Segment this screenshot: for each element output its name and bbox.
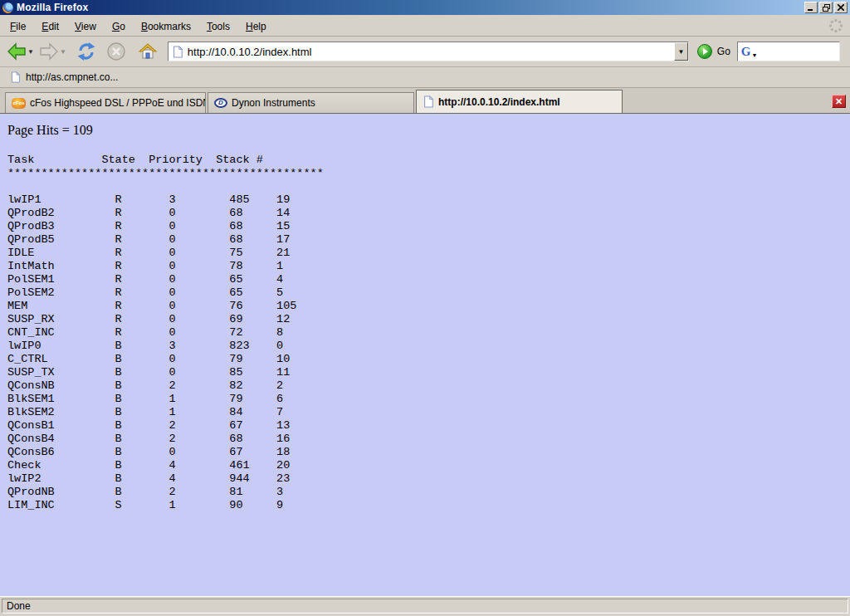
home-button[interactable]: [136, 41, 159, 62]
tab-label: http://10.0.10.2/index.html: [438, 96, 560, 108]
search-engine-dropdown-icon[interactable]: ▼: [752, 52, 758, 58]
go-arrow-icon: [703, 48, 708, 55]
tab-label: Dynon Instruments: [232, 97, 315, 109]
page-content: Page Hits = 109 Task State Priority Stac…: [0, 114, 850, 596]
bookmark-item[interactable]: http://as.cmpnet.co...: [7, 70, 121, 85]
browser-window: Mozilla Firefox FileEditViewGoBookmarksT…: [0, 0, 850, 616]
tab-index[interactable]: http://10.0.10.2/index.html: [416, 90, 623, 113]
url-bar: ▼: [168, 42, 689, 61]
tab-label: cFos Highspeed DSL / PPPoE und ISDN CAP.…: [30, 97, 206, 109]
menu-bar: FileEditViewGoBookmarksToolsHelp: [0, 15, 850, 37]
bookmark-label: http://as.cmpnet.co...: [26, 71, 118, 83]
menu-help[interactable]: Help: [240, 18, 272, 35]
forward-dropdown-icon[interactable]: ▼: [60, 48, 66, 56]
status-text: Done: [2, 599, 848, 614]
task-table: Task State Priority Stack # ************…: [7, 154, 850, 512]
window-title: Mozilla Firefox: [17, 2, 88, 13]
back-button[interactable]: ▼: [5, 41, 36, 62]
navigation-toolbar: ▼ ▼: [0, 37, 850, 67]
back-dropdown-icon[interactable]: ▼: [27, 48, 34, 56]
reload-icon: [76, 42, 96, 61]
home-icon: [138, 42, 158, 61]
cfos-icon: cFos: [12, 98, 26, 109]
search-input[interactable]: [757, 43, 838, 60]
close-button[interactable]: [834, 2, 848, 13]
menu-go[interactable]: Go: [106, 18, 131, 35]
search-box: G ▼: [737, 42, 840, 61]
tab-bar: cFoscFos Highspeed DSL / PPPoE und ISDN …: [0, 88, 850, 114]
url-dropdown-button[interactable]: ▼: [674, 42, 688, 61]
menu-tools[interactable]: Tools: [201, 18, 236, 35]
back-arrow-icon: [7, 42, 27, 61]
page-hits-text: Page Hits = 109: [7, 122, 850, 139]
google-icon[interactable]: G: [741, 46, 751, 58]
status-bar: Done: [0, 596, 850, 616]
menu-file[interactable]: File: [4, 18, 32, 35]
stop-icon: [106, 42, 126, 61]
tab-dynon[interactable]: DDynon Instruments: [208, 92, 414, 113]
stop-button[interactable]: [105, 40, 128, 63]
menu-bookmarks[interactable]: Bookmarks: [135, 18, 197, 35]
page-icon: [10, 71, 21, 83]
firefox-logo-icon: [2, 2, 13, 13]
go-button[interactable]: [697, 44, 712, 59]
url-input[interactable]: [188, 43, 674, 60]
forward-arrow-icon: [39, 42, 59, 61]
menu-edit[interactable]: Edit: [36, 18, 65, 35]
page-icon: [423, 95, 434, 108]
menu-view[interactable]: View: [69, 18, 102, 35]
minimize-button[interactable]: [804, 2, 818, 13]
page-icon: [172, 46, 183, 58]
go-label[interactable]: Go: [717, 46, 730, 57]
forward-button[interactable]: ▼: [37, 41, 68, 62]
throbber-icon: [828, 18, 843, 33]
tab-cfos[interactable]: cFoscFos Highspeed DSL / PPPoE und ISDN …: [5, 92, 206, 113]
dynon-icon: D: [214, 98, 227, 108]
tab-close-button[interactable]: ✕: [832, 95, 846, 108]
bookmarks-toolbar: http://as.cmpnet.co...: [0, 67, 850, 88]
title-bar: Mozilla Firefox: [0, 0, 850, 15]
restore-button[interactable]: [819, 2, 833, 13]
reload-button[interactable]: [75, 40, 98, 63]
